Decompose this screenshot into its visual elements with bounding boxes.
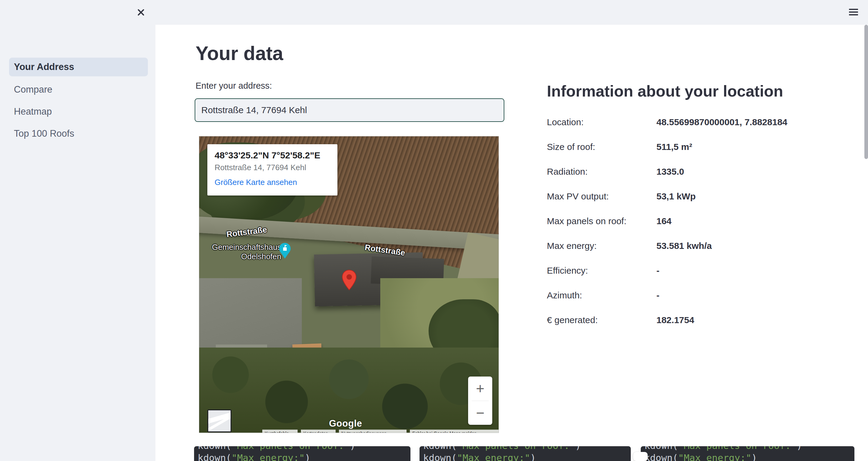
code-line: kdown("Max panels on roof:") [198,446,410,452]
satellite-lawn [380,278,499,354]
satellite-grass [451,232,499,318]
google-logo: Google [329,418,362,429]
place-pin-icon [279,242,291,259]
info-label: Location: [547,117,656,127]
inset-road [207,411,231,432]
satellite-trees [429,299,499,366]
info-row: Azimuth: - [547,290,800,300]
address-input[interactable] [195,98,504,122]
satellite-field-texture [199,136,499,286]
address-input-label: Enter your address: [195,81,272,91]
zoom-out-button[interactable]: − [468,401,492,425]
hamburger-menu-icon[interactable] [849,9,858,15]
info-row: € generated: 182.1754 [547,315,800,325]
attribution-link[interactable]: Kartendaten [301,430,336,433]
location-info-panel: Information about your location Location… [547,82,800,340]
info-row: Radiation: 1335.0 [547,167,800,177]
code-copy-button[interactable] [633,452,648,461]
sidebar-item-label: Heatmap [14,106,52,117]
sidebar-item-top-100-roofs[interactable]: Top 100 Roofs [9,124,148,143]
info-label: Radiation: [547,167,656,177]
code-line: kdown("Max energy:") [198,452,410,461]
menu-bar [849,14,858,15]
sidebar: Your Address Compare Heatmap Top 100 Roo… [0,0,155,461]
menu-bar [849,11,858,13]
code-line: kdown("Max energy:") [644,452,855,461]
info-panel-title: Information about your location [547,82,800,100]
satellite-road [199,216,499,252]
vertical-scrollbar[interactable] [864,25,868,159]
info-row: Efficiency: - [547,265,800,276]
satellite-house [292,343,322,370]
sidebar-item-compare[interactable]: Compare [9,80,148,99]
sidebar-item-your-address[interactable]: Your Address [9,58,148,76]
satellite-driveway [199,278,302,378]
info-row: Max panels on roof: 164 [547,216,800,226]
sidebar-item-label: Your Address [14,62,74,72]
code-block[interactable]: kdown("Max panels on roof:") kdown("Max … [194,446,410,461]
code-block[interactable]: kdown("Max panels on roof:") kdown("Max … [641,446,855,461]
map-card-address: Rottstraße 14, 77694 Kehl [215,163,330,172]
map-zoom-control: + − [468,376,492,425]
info-value: 1335.0 [656,167,684,177]
sidebar-item-label: Compare [14,84,53,95]
info-label: Efficiency: [547,265,656,276]
map-attribution: Kurzbefehle Kartendaten Nutzungsbedingun… [199,430,499,433]
satellite-roof-wing [371,257,444,286]
sidebar-item-label: Top 100 Roofs [14,128,74,139]
info-row: Size of roof: 511,5 m² [547,142,800,152]
sidebar-item-heatmap[interactable]: Heatmap [9,102,148,121]
place-label-line: Gemeinschaftshaus [202,242,281,252]
code-block[interactable]: kdown("Max panels on roof:") kdown("Max … [420,446,631,461]
view-larger-map-link[interactable]: Größere Karte ansehen [215,178,330,187]
attribution-link[interactable]: Kurzbefehle [262,430,298,433]
info-value: - [656,265,659,276]
code-line: kdown("Max panels on roof:") [423,446,631,452]
info-row: Max PV output: 53,1 kWp [547,191,800,201]
zoom-in-button[interactable]: + [468,376,492,401]
info-value: 511,5 m² [656,142,692,152]
page-title: Your data [195,42,283,65]
map-info-card: 48°33'25.2"N 7°52'58.2"E Rottstraße 14, … [207,144,337,196]
info-value: - [656,290,659,300]
divider [472,401,489,401]
map-card-coordinates: 48°33'25.2"N 7°52'58.2"E [215,150,330,161]
info-label: Max energy: [547,241,656,251]
info-value: 53,1 kWp [656,191,696,201]
attribution-link[interactable]: Nutzungsbedingungen [339,430,406,433]
info-row: Max energy: 53.581 kwh/a [547,241,800,251]
info-label: Max PV output: [547,191,656,201]
code-line: kdown("Max panels on roof:") [644,446,855,452]
place-label: Gemeinschaftshaus Odelshofen [202,242,281,261]
google-map[interactable]: Rottstraße Rottstraße Gemeinschaftshaus … [199,136,499,433]
info-label: Max panels on roof: [547,216,656,226]
street-label: Rottstraße [364,243,406,258]
menu-bar [849,9,858,10]
code-line: kdown("Max energy:") [423,452,631,461]
info-label: € generated: [547,315,656,325]
map-type-toggle[interactable] [207,409,231,432]
info-value: 53.581 kwh/a [656,241,712,251]
street-label: Rottstraße [226,225,268,239]
info-value: 164 [656,216,672,226]
close-sidebar-icon[interactable] [136,8,146,17]
place-label-line: Odelshofen [202,252,281,261]
satellite-roof [314,252,424,306]
satellite-trees [199,348,499,433]
info-label: Size of roof: [547,142,656,152]
info-row: Location: 48.55699870000001, 7.8828184 [547,117,800,127]
map-marker-icon[interactable] [341,269,357,291]
attribution-link[interactable]: Fehler bei Google Maps melden [410,430,499,433]
info-value: 182.1754 [656,315,694,325]
info-value: 48.55699870000001, 7.8828184 [656,117,787,127]
info-label: Azimuth: [547,290,656,300]
inset-road [207,410,231,425]
